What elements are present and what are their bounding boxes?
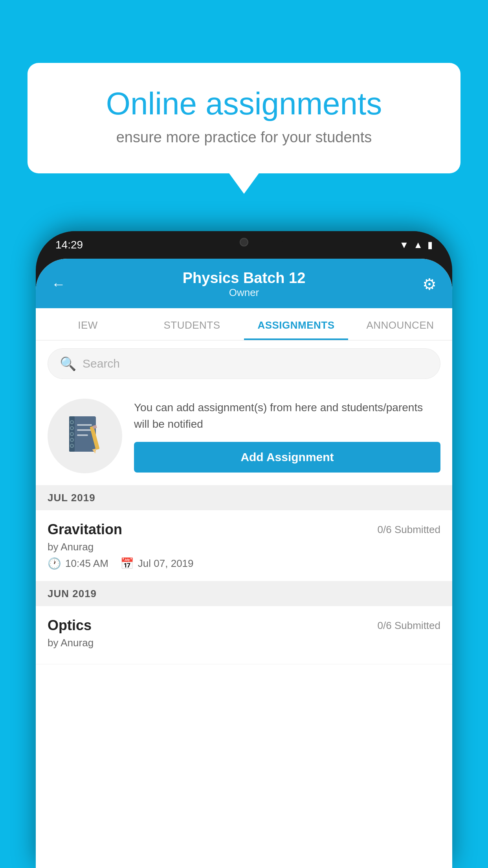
tabs-bar: IEW STUDENTS ASSIGNMENTS ANNOUNCEN xyxy=(36,308,452,340)
search-icon: 🔍 xyxy=(60,356,76,371)
assignment-top-row: Gravitation 0/6 Submitted xyxy=(48,521,440,538)
section-header-jun: JUN 2019 xyxy=(36,581,452,606)
phone-status-icons: ▼ ▲ ▮ xyxy=(399,239,433,250)
phone-notch xyxy=(205,231,283,253)
assignment-title-gravitation: Gravitation xyxy=(48,521,122,538)
tab-announcements[interactable]: ANNOUNCEN xyxy=(348,308,452,340)
assignment-title-optics: Optics xyxy=(48,617,92,634)
wifi-icon: ▼ xyxy=(399,239,409,250)
section-header-jul: JUL 2019 xyxy=(36,485,452,510)
phone-frame: 14:29 ▼ ▲ ▮ ← Physics Batch 12 Owner ⚙ I… xyxy=(36,231,452,868)
assignment-author-optics: by Anurag xyxy=(48,637,440,649)
search-placeholder: Search xyxy=(83,357,120,370)
add-assignment-button[interactable]: Add Assignment xyxy=(134,442,440,473)
assignment-item-gravitation[interactable]: Gravitation 0/6 Submitted by Anurag 🕐 10… xyxy=(36,510,452,581)
search-bar-container: 🔍 Search xyxy=(36,340,452,387)
assignment-date-gravitation: Jul 07, 2019 xyxy=(138,557,194,570)
header-title: Physics Batch 12 xyxy=(66,270,422,287)
phone-screen: ← Physics Batch 12 Owner ⚙ IEW STUDENTS … xyxy=(36,259,452,868)
phone-time: 14:29 xyxy=(55,239,83,251)
assignment-top-row-optics: Optics 0/6 Submitted xyxy=(48,617,440,634)
assignment-item-optics[interactable]: Optics 0/6 Submitted by Anurag xyxy=(36,606,452,664)
signal-icon: ▲ xyxy=(413,239,423,250)
assignment-author-gravitation: by Anurag xyxy=(48,541,440,553)
search-bar[interactable]: 🔍 Search xyxy=(48,348,440,379)
phone-camera xyxy=(240,238,248,246)
battery-icon: ▮ xyxy=(427,239,433,250)
header-subtitle: Owner xyxy=(66,287,422,299)
add-assignment-section: You can add assignment(s) from here and … xyxy=(36,387,452,485)
clock-icon: 🕐 xyxy=(48,557,61,570)
add-assignment-description: You can add assignment(s) from here and … xyxy=(134,399,440,432)
header-center: Physics Batch 12 Owner xyxy=(66,270,422,299)
status-bar: 14:29 ▼ ▲ ▮ xyxy=(36,231,452,259)
speech-bubble-subtitle: ensure more practice for your students xyxy=(59,129,429,146)
svg-rect-3 xyxy=(77,429,92,431)
app-header: ← Physics Batch 12 Owner ⚙ xyxy=(36,259,452,308)
meta-time-gravitation: 🕐 10:45 AM xyxy=(48,557,108,570)
scroll-content: 🔍 Search xyxy=(36,340,452,868)
speech-bubble: Online assignments ensure more practice … xyxy=(28,63,460,173)
back-button[interactable]: ← xyxy=(51,276,66,292)
speech-bubble-title: Online assignments xyxy=(59,86,429,121)
notebook-icon xyxy=(65,414,105,458)
notebook-icon-circle xyxy=(48,399,122,473)
meta-date-gravitation: 📅 Jul 07, 2019 xyxy=(120,557,194,570)
svg-rect-4 xyxy=(77,434,88,436)
assignment-submitted-optics: 0/6 Submitted xyxy=(378,620,440,632)
add-assignment-right: You can add assignment(s) from here and … xyxy=(134,399,440,473)
tab-students[interactable]: STUDENTS xyxy=(140,308,244,340)
gear-icon[interactable]: ⚙ xyxy=(422,275,437,293)
tab-iew[interactable]: IEW xyxy=(36,308,140,340)
assignment-submitted-gravitation: 0/6 Submitted xyxy=(378,524,440,536)
calendar-icon: 📅 xyxy=(120,557,134,570)
assignment-time-gravitation: 10:45 AM xyxy=(65,557,108,570)
tab-assignments[interactable]: ASSIGNMENTS xyxy=(244,308,348,340)
assignment-meta-gravitation: 🕐 10:45 AM 📅 Jul 07, 2019 xyxy=(48,557,440,570)
speech-bubble-container: Online assignments ensure more practice … xyxy=(28,63,460,173)
svg-rect-2 xyxy=(77,424,92,426)
